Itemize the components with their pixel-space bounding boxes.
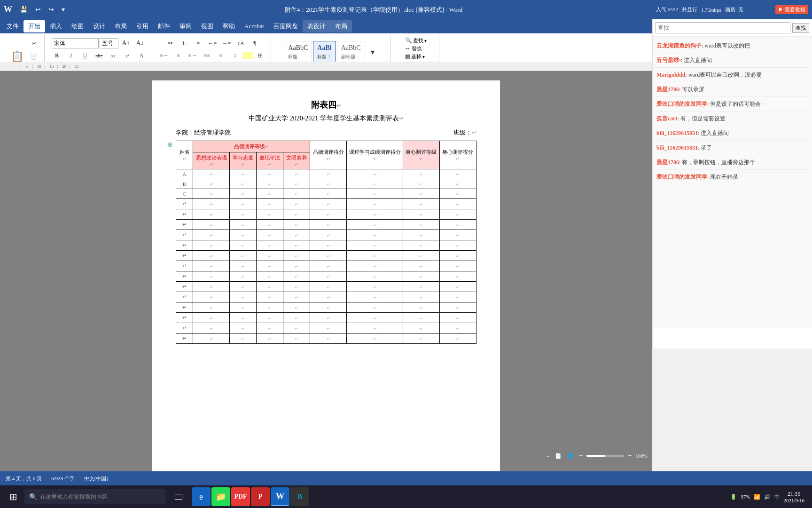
shading-btn[interactable]: [242, 52, 253, 59]
table-cell[interactable]: ↵: [257, 282, 283, 292]
table-cell[interactable]: ↵: [403, 261, 439, 271]
undo-btn[interactable]: ↩: [33, 6, 43, 14]
table-cell[interactable]: ↵: [257, 271, 283, 282]
taskbar-explorer-btn[interactable]: 📁: [211, 487, 230, 506]
table-cell[interactable]: ↵: [347, 230, 403, 240]
show-marks-btn[interactable]: ¶: [248, 37, 261, 49]
table-cell[interactable]: ↵: [403, 169, 439, 179]
table-cell[interactable]: ↵: [283, 179, 310, 189]
table-cell[interactable]: ↵: [439, 220, 476, 230]
table-cell[interactable]: ↵: [403, 189, 439, 199]
table-cell[interactable]: ↵: [347, 292, 403, 302]
table-cell[interactable]: ↵: [403, 313, 439, 323]
find-btn[interactable]: 🔍 查找 ▾: [405, 37, 427, 44]
table-cell[interactable]: ↵: [230, 313, 257, 323]
strikethrough-btn[interactable]: abc: [93, 49, 106, 62]
style-subtitle[interactable]: AaBbC 副标题: [337, 41, 365, 63]
table-cell[interactable]: ↵: [403, 292, 439, 302]
table-cell[interactable]: ↵: [257, 179, 283, 189]
table-cell[interactable]: ↵: [193, 313, 230, 323]
table-cell[interactable]: ↵: [283, 261, 310, 271]
table-cell[interactable]: ↵: [283, 251, 310, 261]
distribute-btn[interactable]: ≡: [214, 49, 227, 62]
table-cell[interactable]: ↵: [230, 230, 257, 240]
sort-btn[interactable]: ↕A: [234, 37, 247, 49]
menu-help[interactable]: 帮助: [218, 20, 240, 32]
table-cell[interactable]: ↵: [347, 199, 403, 209]
copy-btn[interactable]: 📄: [27, 50, 40, 63]
find-input[interactable]: [656, 22, 790, 33]
document-area[interactable]: 附表四↵ 中国矿业大学 2020-2021 学年度学生基本素质测评表↵ 学院：经…: [0, 71, 652, 494]
table-cell[interactable]: ↵: [193, 209, 230, 220]
table-cell[interactable]: ↵: [439, 209, 476, 220]
table-cell[interactable]: ↵: [347, 323, 403, 333]
web-view-btn[interactable]: 🌐: [565, 452, 576, 460]
table-cell[interactable]: ↵: [230, 179, 257, 189]
table-cell[interactable]: ↵: [230, 292, 257, 302]
table-cell[interactable]: ↵: [193, 179, 230, 189]
font-grow-btn[interactable]: A↑: [119, 37, 133, 49]
watch-tutorial-btn[interactable]: ▶ 观看教程: [775, 5, 808, 14]
table-cell[interactable]: ↵: [347, 282, 403, 292]
taskbar-ppt-btn[interactable]: P: [251, 487, 270, 506]
increase-indent-btn[interactable]: →≡: [220, 37, 233, 49]
table-cell[interactable]: ↵: [283, 169, 310, 179]
table-cell[interactable]: ↵: [230, 209, 257, 220]
table-cell[interactable]: ↵: [230, 282, 257, 292]
select-btn[interactable]: ▦ 选择 ▾: [405, 53, 425, 60]
multilevel-btn[interactable]: ≡: [192, 37, 205, 49]
table-cell[interactable]: ↵: [439, 282, 476, 292]
table-cell[interactable]: ↵: [193, 271, 230, 282]
table-cell[interactable]: ↵: [439, 189, 476, 199]
table-cell[interactable]: ↵: [193, 251, 230, 261]
table-cell[interactable]: ↵: [193, 230, 230, 240]
table-cell[interactable]: ↵: [283, 271, 310, 282]
more-quick-btn[interactable]: ▾: [60, 6, 67, 14]
justify-btn[interactable]: ≡≡: [200, 49, 213, 62]
table-cell[interactable]: ↵: [403, 179, 439, 189]
styles-more-btn[interactable]: ▾: [366, 46, 379, 58]
table-cell[interactable]: ↵: [310, 333, 347, 344]
font-name-selector[interactable]: 宋体: [52, 38, 99, 48]
table-cell[interactable]: ↵: [230, 261, 257, 271]
table-cell[interactable]: ↵: [347, 209, 403, 220]
table-cell[interactable]: ↵: [403, 323, 439, 333]
table-cell[interactable]: ↵: [439, 179, 476, 189]
table-cell[interactable]: ↵: [230, 220, 257, 230]
replace-btn[interactable]: ↔ 替换: [405, 45, 422, 52]
table-cell[interactable]: ↵: [193, 323, 230, 333]
menu-start[interactable]: 开始: [23, 20, 45, 32]
taskbar-pdf-btn[interactable]: PDF: [231, 487, 250, 506]
table-cell[interactable]: ↵: [193, 302, 230, 313]
table-cell[interactable]: ↵: [347, 302, 403, 313]
zoom-out-btn[interactable]: −: [578, 451, 585, 460]
table-cell[interactable]: ↵: [403, 302, 439, 313]
table-cell[interactable]: ↵: [347, 251, 403, 261]
table-cell[interactable]: ↵: [347, 313, 403, 323]
table-cell[interactable]: ↵: [230, 323, 257, 333]
table-cell[interactable]: ↵: [310, 189, 347, 199]
table-cell[interactable]: ↵: [347, 189, 403, 199]
table-cell[interactable]: ↵: [283, 230, 310, 240]
table-cell[interactable]: ↵: [283, 323, 310, 333]
table-cell[interactable]: ↵: [283, 302, 310, 313]
menu-table-design[interactable]: 表设计: [303, 20, 330, 32]
table-cell[interactable]: ↵: [310, 282, 347, 292]
table-cell[interactable]: ↵: [230, 199, 257, 209]
table-cell[interactable]: ↵: [403, 240, 439, 251]
align-left-btn[interactable]: ≡←: [158, 49, 171, 62]
table-cell[interactable]: ↵: [439, 261, 476, 271]
taskbar-bilibili-btn[interactable]: B: [290, 487, 309, 506]
table-cell[interactable]: ↵: [257, 240, 283, 251]
table-cell[interactable]: ↵: [283, 199, 310, 209]
menu-file[interactable]: 文件: [2, 20, 23, 32]
search-bar[interactable]: 🔍 在这里输入你要搜索的内容: [24, 489, 165, 504]
table-cell[interactable]: ↵: [439, 271, 476, 282]
border-btn[interactable]: ⊞: [254, 49, 267, 62]
table-cell[interactable]: ↵: [193, 189, 230, 199]
table-cell[interactable]: ↵: [230, 333, 257, 344]
table-cell[interactable]: ↵: [310, 240, 347, 251]
table-cell[interactable]: ↵: [439, 240, 476, 251]
table-cell[interactable]: ↵: [283, 292, 310, 302]
table-cell[interactable]: ↵: [347, 240, 403, 251]
